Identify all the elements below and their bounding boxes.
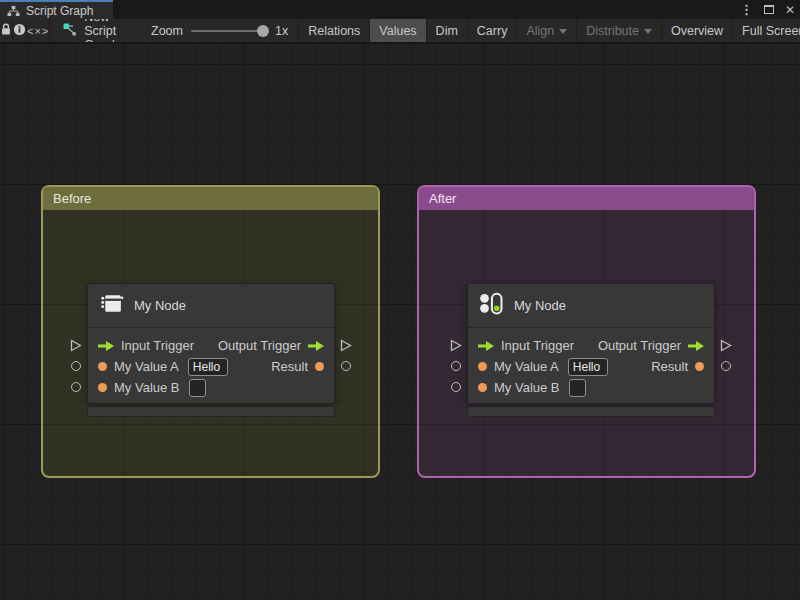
graph-canvas[interactable]: Before — [0, 44, 800, 600]
external-value-input-port[interactable] — [71, 382, 81, 392]
flow-output-port-icon[interactable] — [688, 341, 704, 351]
group-before: Before — [41, 185, 380, 478]
port-row: Input Trigger Output Trigger — [468, 335, 714, 356]
value-input-port-icon[interactable] — [478, 362, 487, 371]
node-title: My Node — [514, 298, 566, 313]
flow-input-port-icon[interactable] — [98, 341, 114, 351]
value-a-input[interactable] — [568, 358, 608, 376]
port-label: Input Trigger — [121, 338, 194, 353]
value-input-port-icon[interactable] — [478, 383, 487, 392]
toggle-dim[interactable]: Dim — [427, 19, 468, 42]
port-label: My Value B — [114, 380, 180, 395]
external-flow-input-port[interactable] — [70, 339, 82, 352]
toggle-values[interactable]: Values — [370, 19, 426, 42]
port-label: Output Trigger — [598, 338, 681, 353]
port-label: Result — [271, 359, 308, 374]
value-output-port-icon[interactable] — [315, 362, 324, 371]
script-graph-tab-icon — [7, 5, 20, 17]
node-my-node-before[interactable]: My Node Input Trigger Output Trigger — [87, 283, 335, 417]
zoom-slider[interactable] — [191, 30, 267, 32]
node-footer — [467, 406, 715, 417]
port-row: My Value B — [468, 377, 714, 398]
port-row: My Value A Result — [88, 356, 334, 377]
align-dropdown[interactable]: Align — [517, 19, 577, 42]
script-graph-window: Script Graph ⋮ ✕ — [0, 0, 800, 600]
port-row: Input Trigger Output Trigger — [88, 335, 334, 356]
value-b-input[interactable] — [569, 379, 586, 397]
port-label: My Value A — [494, 359, 559, 374]
toggle-carry[interactable]: Carry — [468, 19, 518, 42]
value-a-input[interactable] — [188, 358, 228, 376]
lock-button[interactable] — [0, 19, 13, 42]
external-flow-output-port[interactable] — [720, 339, 732, 352]
group-header[interactable]: Before — [43, 187, 378, 210]
external-value-input-port[interactable] — [71, 361, 81, 371]
zoom-control: Zoom 1x — [133, 19, 299, 42]
group-title: Before — [53, 191, 91, 206]
value-input-port-icon[interactable] — [98, 362, 107, 371]
value-output-port-icon[interactable] — [695, 362, 704, 371]
zoom-value: 1x — [275, 24, 288, 38]
graph-name-label: New Script Graph — [84, 19, 119, 43]
external-flow-input-port[interactable] — [450, 339, 462, 352]
zoom-slider-handle[interactable] — [257, 25, 269, 37]
code-view-button[interactable]: <×> — [27, 19, 50, 42]
node-header[interactable]: My Node — [88, 284, 334, 328]
close-icon[interactable]: ✕ — [785, 4, 795, 16]
toggle-label: Relations — [308, 24, 360, 38]
group-title: After — [429, 191, 456, 206]
external-value-output-port[interactable] — [721, 361, 731, 371]
group-after: After My Node — [417, 185, 756, 478]
external-flow-output-port[interactable] — [340, 339, 352, 352]
port-label: My Value A — [114, 359, 179, 374]
toggle-overview[interactable]: Overview — [662, 19, 733, 42]
graph-toolbar: <×> New Script Graph Zoom 1x Relations — [0, 19, 800, 43]
toggle-label: Full Screen — [742, 24, 800, 38]
toggle-label: Carry — [477, 24, 508, 38]
port-label: Output Trigger — [218, 338, 301, 353]
group-header[interactable]: After — [419, 187, 754, 210]
graph-asset-icon — [63, 23, 77, 39]
toggle-full-screen[interactable]: Full Screen — [733, 19, 800, 42]
window-controls: ⋮ ✕ — [740, 0, 795, 19]
external-value-input-port[interactable] — [451, 361, 461, 371]
lock-icon — [0, 23, 12, 39]
dropdown-caret-icon — [644, 29, 652, 34]
toggle-label: Values — [379, 24, 416, 38]
external-value-output-port[interactable] — [341, 361, 351, 371]
toggle-label: Align — [526, 24, 554, 38]
info-icon — [13, 23, 26, 39]
node-my-node-after[interactable]: My Node Input Trigger Output Trigger — [467, 283, 715, 417]
toggle-switch-icon — [479, 291, 504, 320]
window-menu-icon[interactable]: ⋮ — [740, 3, 753, 16]
maximize-icon[interactable] — [764, 5, 774, 14]
tab-title: Script Graph — [26, 4, 93, 18]
external-value-input-port[interactable] — [451, 382, 461, 392]
value-b-input[interactable] — [189, 379, 206, 397]
distribute-dropdown[interactable]: Distribute — [577, 19, 662, 42]
port-label: My Value B — [494, 380, 560, 395]
port-label: Input Trigger — [501, 338, 574, 353]
inspect-button[interactable] — [13, 19, 27, 42]
node-title: My Node — [134, 298, 186, 313]
dropdown-caret-icon — [559, 29, 567, 34]
toggle-relations[interactable]: Relations — [299, 19, 370, 42]
node-header[interactable]: My Node — [468, 284, 714, 328]
toggle-label: Distribute — [586, 24, 639, 38]
toggle-label: Overview — [671, 24, 723, 38]
value-input-port-icon[interactable] — [98, 383, 107, 392]
port-row: My Value B — [88, 377, 334, 398]
unit-machine-icon — [99, 291, 124, 320]
toggle-label: Dim — [436, 24, 458, 38]
zoom-label: Zoom — [151, 24, 183, 38]
port-label: Result — [651, 359, 688, 374]
tab-script-graph[interactable]: Script Graph — [0, 0, 113, 19]
tab-bar: Script Graph ⋮ ✕ — [0, 0, 800, 19]
node-footer — [87, 406, 335, 417]
graph-reference-button[interactable]: New Script Graph — [50, 19, 133, 42]
port-row: My Value A Result — [468, 356, 714, 377]
flow-input-port-icon[interactable] — [478, 341, 494, 351]
flow-output-port-icon[interactable] — [308, 341, 324, 351]
